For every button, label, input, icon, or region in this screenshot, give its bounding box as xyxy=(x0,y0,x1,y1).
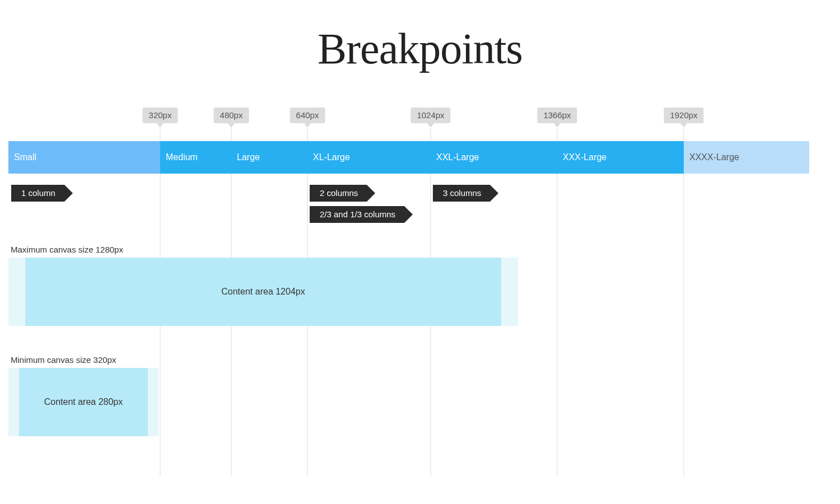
max-canvas-inner: Content area 1204px xyxy=(25,258,501,326)
breakpoint-label: 640px xyxy=(290,108,325,123)
page-title: Breakpoints xyxy=(0,0,840,74)
tag-2-columns: 2 columns xyxy=(310,185,367,202)
min-canvas-inner: Content area 280px xyxy=(19,368,148,436)
breakpoint-guideline xyxy=(684,129,684,476)
tag-3-columns: 3 columns xyxy=(433,185,490,202)
breakpoint-label: 1024px xyxy=(410,108,450,123)
pointer-down-icon xyxy=(304,123,311,128)
breakpoint-label: 1920px xyxy=(664,108,703,123)
range-small: Small xyxy=(8,141,160,174)
range-medium: Medium xyxy=(160,141,231,174)
min-canvas-outer: Content area 280px xyxy=(8,368,158,436)
tag-mixed-columns: 2/3 and 1/3 columns xyxy=(310,206,404,223)
breakpoint-label: 480px xyxy=(214,108,249,123)
max-canvas-outer: Content area 1204px xyxy=(8,258,518,326)
pointer-down-icon xyxy=(427,123,434,128)
range-band-row: Small Medium Large XL-Large XXL-Large XX… xyxy=(8,141,809,174)
breakpoints-diagram: 320px 480px 640px 1024px 1366px 1920px S… xyxy=(8,113,809,483)
range-xxx-large: XXX-Large xyxy=(557,141,684,174)
pointer-down-icon xyxy=(680,123,687,128)
range-xxxx-large: XXXX-Large xyxy=(684,141,809,174)
range-xxl-large: XXL-Large xyxy=(431,141,557,174)
max-canvas-label: Maximum canvas size 1280px xyxy=(11,245,123,254)
tag-1-column: 1 column xyxy=(11,185,64,202)
min-canvas-label: Minimum canvas size 320px xyxy=(11,355,116,365)
pointer-down-icon xyxy=(228,123,235,128)
breakpoint-label: 320px xyxy=(143,108,178,123)
breakpoint-guideline xyxy=(557,129,558,476)
pointer-down-icon xyxy=(554,123,561,128)
range-xl-large: XL-Large xyxy=(307,141,431,174)
breakpoint-label: 1366px xyxy=(537,108,577,123)
pointer-down-icon xyxy=(157,123,164,128)
range-large: Large xyxy=(231,141,307,174)
